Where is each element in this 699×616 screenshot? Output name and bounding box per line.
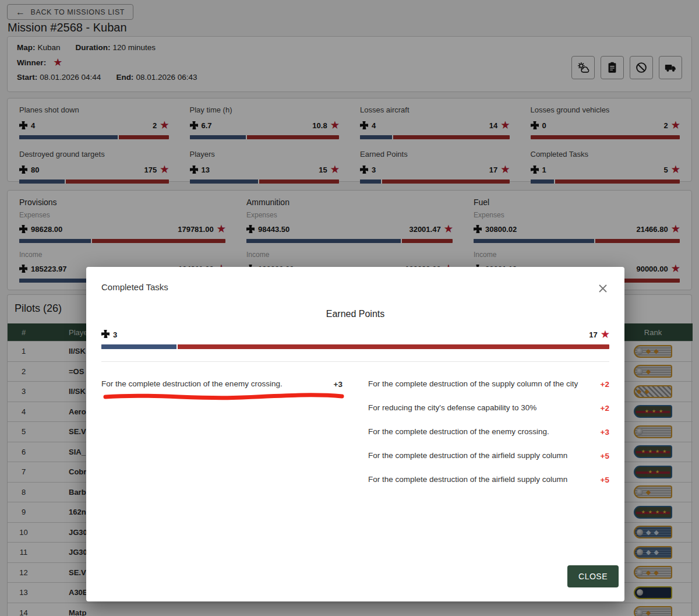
task-item: For the complete destruction of the enem… <box>368 426 609 438</box>
axis-task-list: For the complete destruction of the enem… <box>101 378 343 486</box>
task-item: For the complete destruction of the airf… <box>368 450 609 462</box>
axis-points: 3 <box>101 330 117 340</box>
modal-divider <box>101 361 609 362</box>
allies-points-value: 17 <box>589 330 597 339</box>
task-item: For the complete destruction of the supp… <box>368 378 609 390</box>
task-item: For the complete destruction of the enem… <box>101 378 343 390</box>
task-item: For the complete destruction of the airf… <box>368 474 609 486</box>
task-points: +3 <box>601 428 609 437</box>
task-points: +2 <box>601 404 609 413</box>
iron-cross-icon <box>101 330 110 338</box>
task-text: For the complete destruction of the airf… <box>368 474 592 486</box>
axis-points-value: 3 <box>113 330 117 339</box>
task-item: For reducing the city's defense capabili… <box>368 402 609 414</box>
task-text: For the complete destruction of the airf… <box>368 450 592 462</box>
task-text: For the complete destruction of the enem… <box>368 426 592 438</box>
allies-points: 17 ★ <box>589 330 609 339</box>
completed-tasks-modal: Completed Tasks Earned Points 3 17 ★ For… <box>86 267 624 601</box>
task-text: For reducing the city's defense capabili… <box>368 402 592 414</box>
task-points: +5 <box>601 452 609 460</box>
modal-points-row: 3 17 ★ <box>101 329 609 340</box>
task-text: For the complete destruction of the supp… <box>368 378 592 390</box>
modal-title: Completed Tasks <box>101 282 168 292</box>
task-points: +2 <box>601 380 609 389</box>
points-progress-bar <box>101 344 609 349</box>
close-button[interactable]: CLOSE <box>567 565 619 587</box>
red-underline-annotation <box>103 392 345 402</box>
task-text: For the complete destruction of the enem… <box>101 378 326 390</box>
allies-star-icon: ★ <box>601 330 609 339</box>
close-icon[interactable] <box>596 282 609 295</box>
task-points: +5 <box>601 476 609 484</box>
task-points: +3 <box>334 380 343 389</box>
modal-section-title: Earned Points <box>101 309 609 319</box>
allies-task-list: For the complete destruction of the supp… <box>368 378 609 486</box>
